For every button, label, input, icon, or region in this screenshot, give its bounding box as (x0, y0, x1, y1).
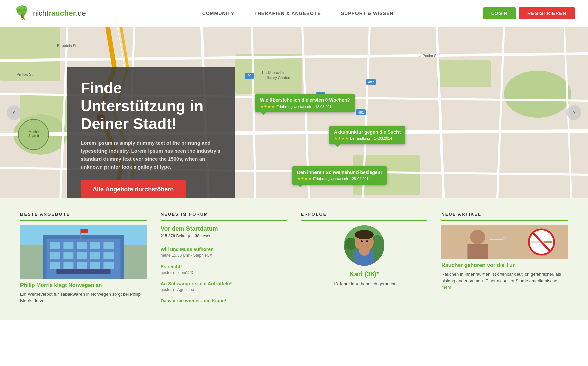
popup-1-date: 18.03.2014 (315, 105, 334, 109)
logo-icon (13, 5, 30, 22)
popup-3-title: Den inneren Schweinehund besiegen! (297, 170, 382, 175)
svg-text:482: 482 (368, 80, 374, 84)
popup-2-separator: - (371, 136, 373, 140)
popup-2-date: 14.03.2014 (374, 136, 392, 140)
svg-rect-64 (50, 252, 60, 259)
artikel-title: NEUE ARTIKEL (441, 212, 568, 221)
artikel-link[interactable]: Raucher gehören vor die Tür (441, 262, 568, 268)
artikel-more-link[interactable]: mehr (441, 285, 451, 290)
svg-point-5 (25, 7, 27, 9)
forum-item-1: Es reicht! gestern - leoni123 (161, 261, 287, 278)
svg-rect-66 (77, 252, 87, 259)
nav-community[interactable]: COMMUNITY (202, 11, 234, 16)
angebot-image (20, 225, 147, 279)
svg-rect-63 (103, 242, 114, 249)
svg-text:Ha-Podim St: Ha-Podim St (417, 54, 437, 58)
popup-3-meta: ★★★★ Erfahrungsaustausch - 28.04.2014 (297, 176, 382, 181)
popup-1-separator: - (312, 105, 314, 109)
svg-rect-76 (81, 229, 88, 233)
map-popup-1[interactable]: Wie überstehe ich die ersten 8 Wochen? ★… (255, 94, 355, 112)
svg-text:20: 20 (247, 74, 251, 78)
erfolge-desc: 18 Jahre lang habe ich geraucht (301, 281, 428, 287)
hero-title: Finde Unterstützung in Deiner Stadt! (81, 79, 222, 133)
svg-point-82 (355, 230, 374, 239)
svg-text:Brandeis St: Brandeis St (57, 44, 76, 48)
popup-2-meta: ★★★★ Behandlung - 14.03.2014 (334, 136, 401, 141)
angebot-link[interactable]: Philip Morris klagt Norwegen an (20, 282, 147, 288)
svg-rect-68 (103, 252, 114, 259)
hero-description: Lorem Ipsum is simply dummy text of the … (81, 139, 222, 171)
forum-readers-label: Leser (201, 234, 211, 238)
svg-rect-72 (90, 262, 100, 269)
register-button[interactable]: REGISTRIEREN (519, 7, 575, 19)
forum-readers-count: 38 (195, 234, 199, 238)
main-nav: COMMUNITY THERAPIEN & ANGEBOTE SUPPORT &… (113, 11, 483, 16)
nav-support[interactable]: SUPPORT & WISSEN (341, 11, 394, 16)
forum-item-3-link[interactable]: Da war sie wieder...die Kippe! (161, 298, 287, 303)
carousel-right-arrow[interactable]: › (566, 105, 581, 120)
map-popup-3[interactable]: Den inneren Schweinehund besiegen! ★★★★ … (292, 166, 387, 185)
svg-rect-19 (437, 60, 491, 87)
popup-3-separator: - (349, 177, 351, 181)
svg-rect-59 (50, 242, 60, 249)
svg-text:Sharett: Sharett (28, 134, 39, 138)
forum-item-2-meta: gestern - Agnellino (161, 287, 194, 292)
erfolge-name: Karl (38)* (301, 270, 428, 278)
header: nichtraucher.de COMMUNITY THERAPIEN & AN… (0, 0, 588, 27)
erfolge-avatar (344, 225, 384, 266)
forum-title: NEUES IM FORUM (161, 212, 287, 221)
bottom-sections: BESTE ANGEBOTE (0, 198, 588, 320)
map-popup-2[interactable]: Akkupunktur gegen die Sucht ★★★★ Behandl… (329, 126, 405, 144)
forum-item-0-meta: heute 15.30 Uhr - StephieCX (161, 253, 212, 258)
forum-item-2-link[interactable]: An Schwangere...ein Aufrütteln! (161, 281, 287, 286)
popup-2-category: Behandlung (350, 136, 370, 140)
svg-rect-75 (80, 229, 81, 239)
logo[interactable]: nichtraucher.de (13, 5, 86, 22)
svg-line-12 (24, 18, 25, 20)
erfolge-title: ERFOLGE (301, 212, 428, 221)
svg-point-86 (359, 245, 370, 256)
svg-point-83 (361, 240, 363, 242)
svg-rect-73 (103, 262, 114, 269)
svg-rect-61 (77, 242, 87, 249)
forum-item-0-link[interactable]: Will und Muss aufhören (161, 247, 287, 252)
forum-posts-count: 215.370 (161, 234, 175, 238)
svg-rect-67 (90, 252, 100, 259)
popup-1-title: Wie überstehe ich die ersten 8 Wochen? (260, 97, 350, 103)
login-button[interactable]: LOGIN (483, 7, 516, 19)
nav-therapien[interactable]: THERAPIEN & ANGEBOTE (254, 11, 321, 16)
svg-point-20 (504, 71, 571, 118)
section-beste-angebote: BESTE ANGEBOTE (13, 212, 154, 306)
popup-1-meta: ★★★★ Erfahrungsaustausch - 18.03.2014 (260, 104, 350, 109)
svg-point-3 (19, 5, 24, 10)
header-buttons: LOGIN REGISTRIEREN (483, 7, 575, 19)
carousel-left-arrow[interactable]: ‹ (7, 105, 22, 120)
popup-3-date: 28.04.2014 (352, 177, 371, 181)
popup-3-category: Erfahrungsaustausch (313, 177, 348, 181)
svg-point-84 (366, 240, 368, 242)
svg-point-6 (20, 6, 22, 7)
popup-1-stars: ★★★★ (260, 104, 275, 109)
angebot-desc: Ein Werbeverbot für Tabakwaren in Norweg… (20, 291, 147, 304)
forum-item-2: An Schwangere...ein Aufrütteln! gestern … (161, 278, 287, 295)
forum-item-1-link[interactable]: Es reicht! (161, 264, 287, 269)
logo-text: nichtraucher.de (33, 9, 86, 18)
forum-thread-meta: 215.370 Beiträge - 38 Leser (161, 234, 287, 238)
svg-rect-60 (63, 242, 73, 249)
forum-item-0: Will und Muss aufhören heute 15.30 Uhr -… (161, 244, 287, 261)
svg-rect-65 (63, 252, 73, 259)
forum-item-1-meta: gestern - leoni123 (161, 270, 193, 275)
svg-point-8 (22, 12, 25, 15)
svg-rect-70 (63, 262, 73, 269)
forum-thread-title[interactable]: Vor dem Startdatum (161, 225, 287, 232)
forum-posts-label: Beiträge - (176, 234, 195, 238)
svg-point-4 (17, 7, 19, 9)
forum-item-3: Da war sie wieder...die Kippe! (161, 295, 287, 306)
section-forum: NEUES IM FORUM Vor dem Startdatum 215.37… (154, 212, 294, 306)
hero-cta-button[interactable]: Alle Angebote durchstöbern (81, 180, 186, 198)
popup-2-stars: ★★★★ (334, 136, 349, 141)
beste-angebote-title: BESTE ANGEBOTE (20, 212, 147, 221)
popup-2-title: Akkupunktur gegen die Sucht (334, 129, 401, 135)
artikel-image (441, 225, 568, 259)
popup-1-category: Erfahrungsaustausch (276, 105, 311, 109)
